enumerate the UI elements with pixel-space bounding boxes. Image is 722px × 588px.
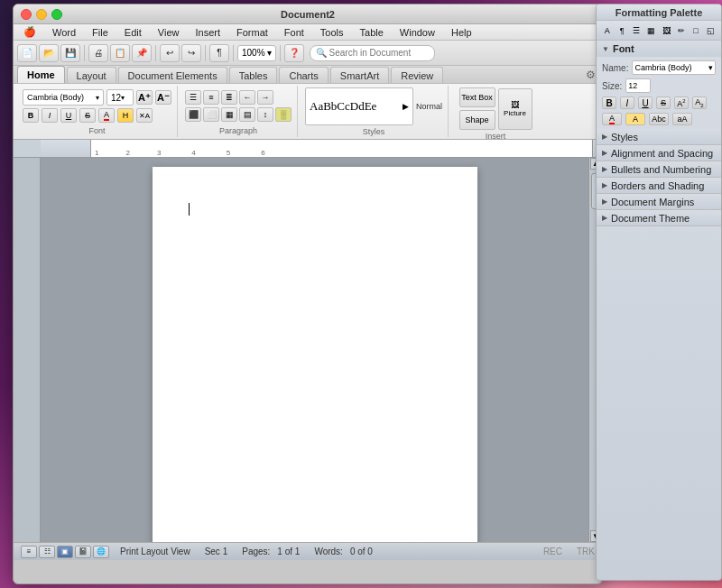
rec-indicator[interactable]: REC	[543, 547, 562, 556]
fp-strikethrough-button[interactable]: S	[656, 96, 671, 109]
redo-button[interactable]: ↪	[181, 44, 201, 62]
fp-bold-button[interactable]: B	[602, 96, 616, 109]
fp-case-button[interactable]: aA	[672, 113, 692, 125]
tab-layout[interactable]: Layout	[67, 67, 116, 83]
tab-charts[interactable]: Charts	[279, 67, 328, 83]
menu-file[interactable]: File	[89, 27, 111, 38]
new-button[interactable]: 📄	[17, 44, 37, 62]
undo-button[interactable]: ↩	[160, 44, 180, 62]
increase-indent-button[interactable]: →	[257, 90, 273, 105]
document-page[interactable]	[153, 167, 477, 542]
tab-tables[interactable]: Tables	[229, 67, 278, 83]
menu-apple[interactable]: 🍎	[21, 26, 39, 38]
clear-format-button[interactable]: ✕A	[136, 108, 153, 123]
fp-draw-icon[interactable]: ✏	[674, 23, 688, 38]
web-layout-view-button[interactable]: 🌐	[93, 546, 109, 558]
fp-borders-section[interactable]: ▶ Borders and Shading	[597, 178, 721, 194]
font-size-selector[interactable]: 12 ▾	[106, 89, 134, 106]
notebook-view-button[interactable]: 📓	[75, 546, 91, 558]
fp-font-icon[interactable]: A	[600, 23, 614, 38]
help-button[interactable]: ❓	[284, 44, 304, 62]
menu-insert[interactable]: Insert	[192, 27, 223, 38]
increase-font-size-button[interactable]: A⁺	[136, 90, 153, 105]
copy-button[interactable]: 📋	[110, 44, 130, 62]
menu-edit[interactable]: Edit	[122, 27, 144, 38]
menu-word[interactable]: Word	[50, 27, 79, 38]
multilevel-list-button[interactable]: ≣	[221, 90, 237, 105]
font-group-label: Font	[88, 124, 105, 135]
shape-button[interactable]: Shape	[459, 110, 495, 130]
tab-smartart[interactable]: SmartArt	[330, 67, 389, 83]
fp-font-name-select[interactable]: Cambria (Body) ▾	[632, 60, 716, 75]
document-scroll-area[interactable]	[41, 158, 588, 542]
tab-home[interactable]: Home	[17, 66, 65, 83]
tab-review[interactable]: Review	[391, 67, 443, 83]
search-bar[interactable]: 🔍	[310, 45, 435, 61]
font-name-selector[interactable]: Cambria (Body) ▾	[23, 89, 104, 106]
zoom-control[interactable]: 100% ▾	[237, 45, 276, 61]
menu-view[interactable]: View	[155, 27, 182, 38]
align-center-button[interactable]: ⬜	[203, 107, 219, 122]
fp-superscript-button[interactable]: A2	[674, 96, 689, 109]
search-input[interactable]	[329, 48, 429, 58]
line-spacing-button[interactable]: ↕	[257, 107, 273, 122]
font-size-dropdown: ▾	[121, 94, 125, 102]
fp-font-section-header[interactable]: ▼ Font	[597, 41, 721, 57]
menu-tools[interactable]: Tools	[318, 27, 347, 38]
print-button[interactable]: 🖨	[88, 44, 108, 62]
fp-table-icon[interactable]: ▦	[644, 23, 658, 38]
maximize-button[interactable]	[51, 9, 62, 20]
fp-paragraph-icon[interactable]: ¶	[615, 23, 628, 38]
underline-button[interactable]: U	[60, 108, 77, 123]
fp-margins-section[interactable]: ▶ Document Margins	[597, 194, 721, 210]
align-left-button[interactable]: ⬛	[185, 107, 201, 122]
fp-styles-section[interactable]: ▶ Styles	[597, 129, 721, 145]
strikethrough-button[interactable]: S	[79, 108, 96, 123]
numbered-list-button[interactable]: ≡	[203, 90, 219, 105]
font-color-button[interactable]: A	[98, 108, 115, 123]
tab-document-elements[interactable]: Document Elements	[118, 67, 227, 83]
align-right-button[interactable]: ▦	[221, 107, 237, 122]
styles-selector[interactable]: AaBbCcDdEe ▶	[305, 87, 413, 125]
save-button[interactable]: 💾	[60, 44, 80, 62]
menu-font[interactable]: Font	[282, 27, 307, 38]
highlight-button[interactable]: H	[117, 108, 134, 123]
fp-bullets-triangle-icon: ▶	[602, 165, 607, 173]
italic-button[interactable]: I	[42, 108, 58, 123]
fp-font-size-input[interactable]: 12	[625, 78, 651, 93]
fp-shadow-icon[interactable]: □	[689, 23, 702, 38]
fp-bullets-section[interactable]: ▶ Bullets and Numbering	[597, 161, 721, 178]
fp-underline-button[interactable]: U	[638, 96, 653, 109]
outline-view-button[interactable]: ☷	[39, 546, 55, 558]
decrease-font-size-button[interactable]: A⁻	[155, 90, 171, 105]
normal-view-button[interactable]: ≡	[21, 546, 37, 558]
fp-3d-icon[interactable]: ◱	[704, 23, 717, 38]
picture-button[interactable]: 🖼 Picture	[498, 88, 532, 130]
fp-highlight-button[interactable]: A	[625, 113, 645, 125]
open-button[interactable]: 📂	[39, 44, 59, 62]
trk-indicator[interactable]: TRK	[577, 547, 595, 556]
fp-list-icon[interactable]: ☰	[630, 23, 643, 38]
decrease-indent-button[interactable]: ←	[239, 90, 255, 105]
shading-button[interactable]: ░	[275, 107, 292, 122]
fp-font-color-button[interactable]: A	[602, 113, 622, 125]
menu-table[interactable]: Table	[357, 27, 386, 38]
fp-theme-section[interactable]: ▶ Document Theme	[597, 210, 721, 226]
minimize-button[interactable]	[36, 9, 47, 20]
fp-italic-button[interactable]: I	[620, 96, 634, 109]
fp-abc-button[interactable]: Abc	[649, 113, 669, 125]
menu-format[interactable]: Format	[234, 27, 271, 38]
show-formatting-button[interactable]: ¶	[209, 44, 229, 62]
bullet-list-button[interactable]: ☰	[185, 90, 201, 105]
justify-button[interactable]: ▤	[239, 107, 255, 122]
fp-image-icon[interactable]: 🖼	[660, 23, 673, 38]
fp-subscript-button[interactable]: A2	[692, 96, 707, 109]
text-box-button[interactable]: Text Box	[459, 87, 495, 107]
menu-help[interactable]: Help	[449, 27, 475, 38]
paste-button[interactable]: 📌	[132, 44, 152, 62]
close-button[interactable]	[21, 9, 32, 20]
fp-alignment-section[interactable]: ▶ Alignment and Spacing	[597, 145, 721, 161]
bold-button[interactable]: B	[23, 108, 39, 123]
menu-window[interactable]: Window	[397, 27, 438, 38]
print-layout-view-button[interactable]: ▣	[57, 546, 73, 558]
